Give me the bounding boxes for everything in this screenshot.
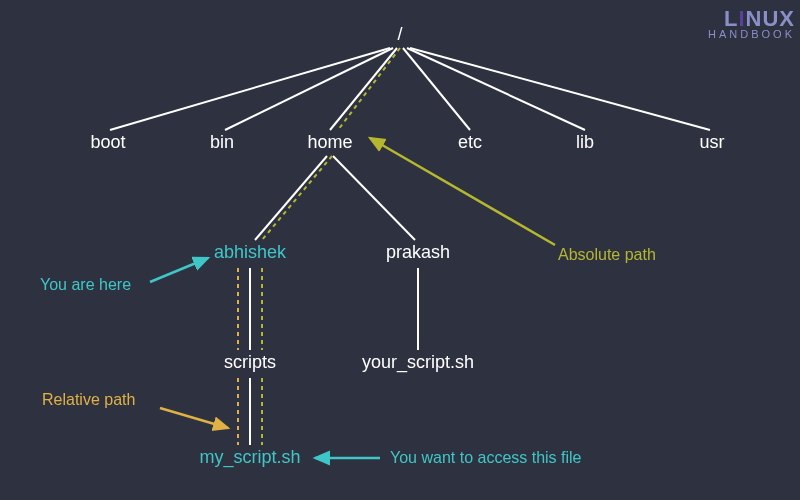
annotation-you-are-here: You are here	[40, 258, 208, 293]
edges-home	[255, 156, 415, 240]
logo: LINUX HANDBOOK	[708, 6, 795, 40]
svg-line-9	[150, 258, 208, 282]
node-etc: etc	[458, 132, 482, 152]
label-you-are-here: You are here	[40, 276, 131, 293]
annotation-want-access: You want to access this file	[315, 449, 582, 466]
svg-line-3	[330, 48, 397, 130]
node-bin: bin	[210, 132, 234, 152]
node-my-script: my_script.sh	[199, 447, 300, 468]
label-absolute-path: Absolute path	[558, 246, 656, 263]
node-your-script: your_script.sh	[362, 352, 474, 373]
label-want-access: You want to access this file	[390, 449, 582, 466]
logo-handbook: HANDBOOK	[708, 28, 795, 40]
node-boot: boot	[90, 132, 125, 152]
node-prakash: prakash	[386, 242, 450, 262]
svg-line-4	[403, 48, 470, 130]
node-root: /	[397, 24, 402, 44]
edges-root	[110, 48, 710, 130]
dotted-home-abhishek	[262, 156, 332, 240]
svg-line-10	[370, 138, 555, 245]
diagram-canvas: LINUX HANDBOOK / boot bin home etc lib u…	[0, 0, 800, 500]
node-abhishek: abhishek	[214, 242, 287, 262]
node-usr: usr	[699, 132, 724, 152]
node-scripts: scripts	[224, 352, 276, 372]
node-home: home	[307, 132, 352, 152]
svg-line-11	[160, 408, 228, 428]
annotation-relative-path: Relative path	[42, 391, 228, 428]
svg-line-7	[255, 156, 327, 240]
svg-line-8	[333, 156, 415, 240]
node-lib: lib	[576, 132, 594, 152]
label-relative-path: Relative path	[42, 391, 135, 408]
